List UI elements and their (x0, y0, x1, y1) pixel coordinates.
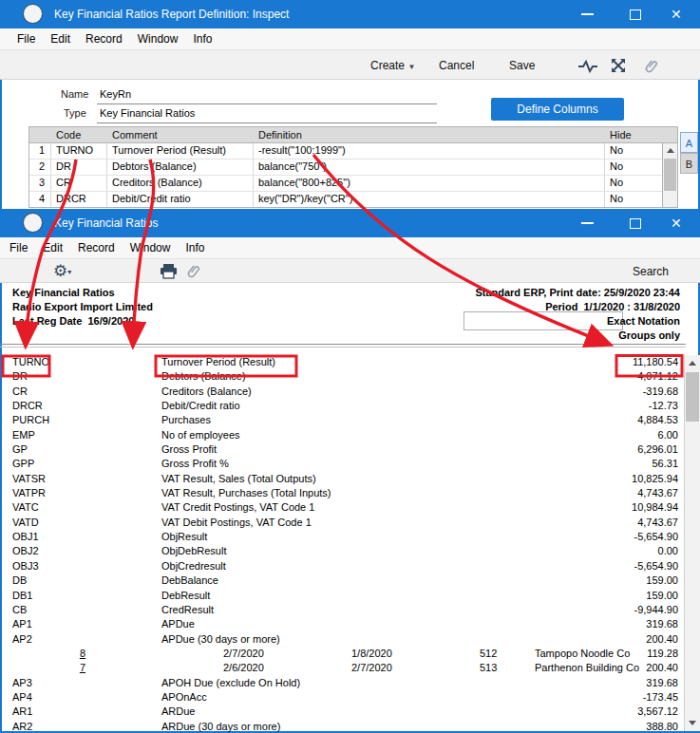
row-label: DebResult (161, 590, 210, 601)
report-header-line: Groups only (618, 329, 680, 341)
row-code: OBJ2 (12, 545, 39, 556)
scroll-up-icon[interactable] (667, 148, 674, 153)
cell-hide[interactable]: No (610, 160, 623, 172)
row-value: 10,984.94 (632, 501, 678, 513)
inspect-menu-record[interactable]: Record (78, 28, 130, 49)
inspect-menu-window[interactable]: Window (130, 28, 186, 49)
row-label: Debit/Credit ratio (161, 400, 240, 411)
chevron-down-icon: ▾ (67, 268, 71, 276)
type-label: Type (64, 107, 86, 119)
cell-comment[interactable]: Turnover Period (Result) (112, 144, 226, 156)
report-header-line: Last Reg Date 16/9/2020 (12, 315, 134, 327)
minimize-button[interactable] (581, 13, 594, 15)
detail-doc-number: 513 (480, 662, 497, 673)
cell-definition[interactable]: balance("800+825") (258, 177, 350, 188)
drilldown-link[interactable]: 7 (74, 662, 85, 673)
cell-hide[interactable]: No (610, 193, 623, 204)
name-value[interactable]: KeyRn (100, 88, 131, 100)
inspect-window: Key Financial Ratios Report Definition: … (0, 0, 700, 209)
app-logo-icon (23, 4, 43, 24)
cell-code[interactable]: DR (56, 160, 71, 172)
row-label: CredResult (161, 604, 214, 615)
row-value: 3,567.12 (637, 705, 678, 717)
gear-icon[interactable]: ⚙▾ (53, 261, 71, 281)
scroll-up-icon[interactable] (689, 361, 696, 366)
report-row: TURNOTurnover Period (Result)11,180.54 (0, 355, 686, 369)
cell-code[interactable]: CR (56, 177, 71, 188)
cell-comment[interactable]: Debit/Credit ratio (112, 193, 191, 204)
report-menu-record[interactable]: Record (70, 237, 123, 258)
grid-header: Code Comment Definition Hide (29, 127, 677, 143)
cell-definition[interactable]: -result("100:1999") (258, 144, 346, 156)
row-label: ObjCredresult (161, 560, 226, 572)
report-row: DB1DebResult159.00 (0, 589, 686, 603)
search-input[interactable] (464, 311, 623, 330)
grid-row[interactable]: 3CRCreditors (Balance)balance("800+825")… (29, 176, 662, 192)
report-menu-edit[interactable]: Edit (35, 237, 70, 258)
grid-scrollbar[interactable] (662, 143, 677, 207)
save-button[interactable]: Save (509, 59, 535, 72)
inspect-menu-file[interactable]: File (9, 28, 43, 49)
detail-date-2: 2/7/2020 (351, 662, 392, 673)
cell-comment[interactable]: Debtors (Balance) (112, 160, 197, 172)
report-header-line: Standard ERP, Print date: 25/9/2020 23:4… (475, 287, 680, 298)
inspect-menu-info[interactable]: Info (185, 28, 219, 49)
inspect-toolbar: Create ▼ Cancel Save (0, 49, 700, 80)
cell-hide[interactable]: No (610, 144, 623, 156)
row-code: OBJ1 (12, 531, 39, 542)
paperclip-icon[interactable] (644, 57, 659, 75)
row-code: AR1 (12, 705, 32, 717)
report-titlebar[interactable]: Key Financial Ratios ✕ (0, 209, 700, 237)
cell-definition[interactable]: balance("750") (258, 160, 327, 172)
maximize-button[interactable] (630, 218, 641, 229)
row-code: VATPR (12, 487, 46, 498)
report-menu-file[interactable]: File (2, 237, 35, 258)
search-button[interactable]: Search (633, 265, 669, 278)
grid-row[interactable]: 1TURNOTurnover Period (Result)-result("1… (29, 143, 662, 160)
name-underline (97, 103, 437, 104)
printer-icon[interactable] (160, 264, 178, 279)
grid-row[interactable]: 2DRDebtors (Balance)balance("750")No (29, 160, 662, 176)
row-label: APDue (30 days or more) (161, 633, 280, 645)
cell-hide[interactable]: No (610, 177, 623, 188)
report-menu-info[interactable]: Info (178, 237, 212, 258)
close-button[interactable]: ✕ (671, 216, 682, 231)
report-row: VATSRVAT Result, Sales (Total Outputs)10… (0, 472, 686, 486)
row-code: DRCR (12, 400, 43, 411)
create-button[interactable]: Create ▼ (370, 59, 415, 72)
report-menu-window[interactable]: Window (123, 237, 179, 258)
report-row: GPGross Profit6,296.01 (0, 442, 686, 457)
report-window-title: Key Financial Ratios (54, 216, 158, 230)
grid-row[interactable]: 4DRCRDebit/Credit ratiokey("DR")/key("CR… (29, 192, 662, 208)
scrollbar-thumb[interactable] (664, 159, 676, 191)
maximize-button[interactable] (630, 9, 641, 20)
row-value: 6,296.01 (637, 443, 678, 455)
report-toolbar: ⚙▾ Search (0, 258, 700, 283)
drilldown-link[interactable]: 8 (74, 648, 85, 659)
cell-comment[interactable]: Creditors (Balance) (112, 177, 202, 188)
expand-icon[interactable] (611, 58, 626, 73)
inspect-titlebar[interactable]: Key Financial Ratios Report Definition: … (0, 0, 700, 28)
col-header-comment: Comment (112, 129, 158, 141)
row-label: No of employees (161, 429, 240, 441)
inspect-menu-edit[interactable]: Edit (43, 28, 78, 49)
close-button[interactable]: ✕ (671, 7, 682, 22)
row-value: 4,884.53 (637, 414, 678, 425)
cancel-button[interactable]: Cancel (439, 59, 474, 72)
col-header-definition: Definition (258, 129, 302, 141)
cell-code[interactable]: DRCR (56, 193, 86, 204)
type-value[interactable]: Key Financial Ratios (100, 107, 195, 119)
report-menubar: FileEditRecordWindowInfo (0, 237, 700, 258)
tab-b[interactable]: B (680, 153, 698, 174)
tab-a[interactable]: A (680, 132, 698, 153)
scrollbar-thumb[interactable] (686, 372, 699, 422)
scroll-down-icon[interactable] (689, 721, 696, 725)
define-columns-button[interactable]: Define Columns (491, 98, 624, 121)
report-scrollbar[interactable] (684, 355, 700, 731)
cell-code[interactable]: TURNO (56, 144, 93, 156)
cell-definition[interactable]: key("DR")/key("CR") (258, 193, 352, 204)
paperclip-icon[interactable] (186, 262, 201, 280)
row-value: 4,743.67 (637, 487, 678, 498)
activity-pulse-icon[interactable] (577, 60, 598, 73)
minimize-button[interactable] (581, 222, 594, 224)
